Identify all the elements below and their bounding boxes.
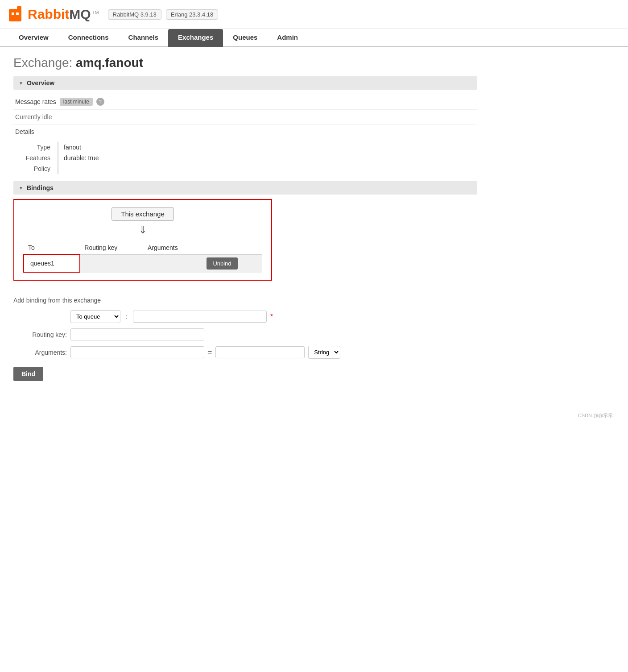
arguments-row: Arguments: = String [13,346,477,359]
bindings-table-header-row: To Routing key Arguments [24,241,262,254]
to-queue-row: To queueTo exchange : * [13,310,477,323]
svg-rect-2 [12,12,14,15]
bindings-section: ▼ Bindings This exchange ⇓ To Routing ke… [13,181,477,288]
binding-arguments-cell [143,254,202,272]
col-routing-key: Routing key [80,241,143,254]
policy-value [58,163,103,174]
idle-text: Currently idle [13,110,477,124]
details-features-row: Features durable: true [13,153,103,163]
routing-key-input[interactable] [70,328,204,340]
bindings-section-header[interactable]: ▼ Bindings [13,181,477,195]
message-rates-label: Message rates [15,98,56,105]
exchange-box: This exchange [112,207,174,221]
overview-header-label: Overview [27,79,54,87]
unbind-button[interactable]: Unbind [207,257,237,270]
svg-rect-1 [17,6,21,12]
rabbitmq-logo-icon [9,6,28,22]
to-queue-input[interactable] [133,311,267,323]
logo: RabbitMQ TM [9,6,99,22]
features-value: durable: true [58,153,103,163]
binding-action-cell: Unbind [202,254,262,272]
exchange-name: amq.fanout [76,56,143,70]
colon-separator: : [126,313,128,320]
bindings-table: To Routing key Arguments queues1 Unbind [23,241,262,273]
arguments-key-input[interactable] [70,346,204,358]
to-queue-select[interactable]: To queueTo exchange [70,310,120,323]
binding-to-cell: queues1 [24,254,80,272]
bind-button-row: Bind [13,364,477,381]
exchange-node: This exchange [23,207,262,221]
required-star: * [270,313,273,321]
policy-label: Policy [13,163,58,174]
features-label: Features [13,153,58,163]
overview-section: ▼ Overview Message rates last minute ? C… [13,76,477,174]
footer-text: CSDN @@示示- [578,413,615,418]
nav-queues[interactable]: Queues [223,29,267,47]
top-header: RabbitMQ TM RabbitMQ 3.9.13 Erlang 23.3.… [0,0,628,29]
binding-routing-key-cell [80,254,143,272]
logo-mq: MQ [69,7,91,21]
message-rates-row: Message rates last minute ? [13,94,477,110]
bindings-header-label: Bindings [27,184,54,191]
bindings-box: This exchange ⇓ To Routing key Arguments… [13,199,272,281]
details-label: Details [13,124,477,139]
logo-tm: TM [92,10,99,15]
version-badges: RabbitMQ 3.9.13 Erlang 23.3.4.18 [108,9,219,20]
details-policy-row: Policy [13,163,103,174]
add-binding-section: Add binding from this exchange To queueT… [13,297,477,381]
add-binding-title: Add binding from this exchange [13,297,477,304]
nav-admin[interactable]: Admin [267,29,308,47]
nav-overview[interactable]: Overview [9,29,58,47]
nav-channels[interactable]: Channels [119,29,169,47]
details-table: Type fanout Features durable: true Polic… [13,142,103,174]
erlang-version-badge: Erlang 23.3.4.18 [166,9,218,20]
arguments-label: Arguments: [13,349,67,356]
overview-arrow-icon: ▼ [19,81,23,86]
col-arguments: Arguments [143,241,202,254]
svg-rect-3 [16,12,19,15]
details-type-row: Type fanout [13,142,103,153]
arrow-down-icon: ⇓ [23,224,262,236]
routing-key-row: Routing key: [13,328,477,340]
col-to: To [24,241,80,254]
arguments-value-input[interactable] [215,346,305,358]
routing-key-label: Routing key: [13,331,67,338]
page-footer: CSDN @@示示- [0,408,628,423]
arguments-type-select[interactable]: String [308,346,340,359]
nav-exchanges[interactable]: Exchanges [168,29,223,47]
page-content: Exchange: amq.fanout ▼ Overview Message … [0,47,491,390]
page-title: Exchange: amq.fanout [13,56,477,70]
nav-connections[interactable]: Connections [58,29,119,47]
bind-button[interactable]: Bind [13,367,43,381]
type-label: Type [13,142,58,153]
page-title-prefix: Exchange: [13,56,76,70]
overview-section-header[interactable]: ▼ Overview [13,76,477,90]
main-nav: Overview Connections Channels Exchanges … [0,29,628,47]
bindings-arrow-icon: ▼ [19,186,23,191]
equals-sign: = [208,348,212,357]
binding-row: queues1 Unbind [24,254,262,272]
rabbitmq-version-badge: RabbitMQ 3.9.13 [108,9,161,20]
rates-badge[interactable]: last minute [60,98,93,106]
col-action [202,241,262,254]
help-badge[interactable]: ? [96,98,104,106]
logo-rabbit: Rabbit [28,7,69,21]
type-value: fanout [58,142,103,153]
